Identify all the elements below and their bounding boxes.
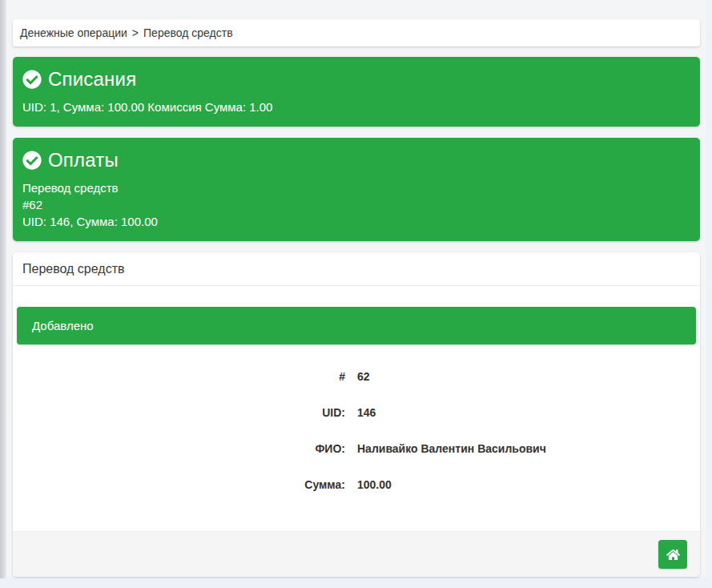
panel-payments-line: #62	[22, 196, 690, 213]
home-icon	[666, 548, 680, 562]
field-row-uid: UID: 146	[17, 401, 696, 425]
detail-panel-title: Перевод средств	[13, 252, 700, 286]
transfer-detail-form: # 62 UID: 146 ФИО: Наливайко Валентин Ва…	[17, 364, 696, 497]
breadcrumb-item-transfer: Перевод средств	[143, 26, 233, 39]
panel-debits-heading: Списания	[22, 67, 690, 91]
check-circle-icon	[22, 151, 42, 170]
panel-debits-title: Списания	[48, 68, 136, 91]
status-alert-added: Добавлено	[17, 307, 696, 344]
panel-payments-title: Оплаты	[48, 149, 119, 171]
detail-panel-footer	[13, 531, 700, 577]
check-circle-icon	[22, 70, 42, 89]
breadcrumb-separator: >	[132, 26, 139, 39]
panel-debits-body: UID: 1, Сумма: 100.00 Комиссия Сумма: 1.…	[22, 99, 690, 115]
field-value: 100.00	[357, 478, 392, 491]
panel-debits-line: UID: 1, Сумма: 100.00 Комиссия Сумма: 1.…	[22, 99, 690, 115]
panel-payments-heading: Оплаты	[22, 148, 690, 172]
panel-payments-line: UID: 146, Сумма: 100.00	[22, 213, 690, 230]
breadcrumb: Денежные операции>Перевод средств	[13, 19, 700, 46]
field-row-id: # 62	[17, 364, 696, 389]
field-label: ФИО:	[17, 442, 345, 455]
field-label: UID:	[17, 406, 345, 419]
field-row-amount: Сумма: 100.00	[17, 473, 696, 497]
panel-payments-body: Перевод средств #62 UID: 146, Сумма: 100…	[22, 179, 690, 230]
field-value: Наливайко Валентин Васильович	[357, 442, 546, 455]
panel-debits: Списания UID: 1, Сумма: 100.00 Комиссия …	[13, 57, 700, 127]
panel-payments-line: Перевод средств	[22, 179, 690, 196]
panel-payments: Оплаты Перевод средств #62 UID: 146, Сум…	[13, 138, 700, 241]
content-area: Денежные операции>Перевод средств Списан…	[6, 0, 706, 577]
field-label: Сумма:	[17, 478, 345, 491]
breadcrumb-item-money-operations[interactable]: Денежные операции	[20, 26, 127, 39]
left-edge-strip	[0, 0, 6, 578]
field-label: #	[17, 370, 345, 383]
panel-transfer-detail: Перевод средств Добавлено # 62 UID: 146 …	[13, 252, 700, 577]
field-value: 62	[357, 370, 370, 383]
detail-panel-body: Добавлено # 62 UID: 146 ФИО: Наливайко В…	[13, 286, 700, 531]
field-value: 146	[357, 406, 376, 419]
field-row-fio: ФИО: Наливайко Валентин Васильович	[17, 437, 696, 461]
home-button[interactable]	[658, 540, 687, 569]
